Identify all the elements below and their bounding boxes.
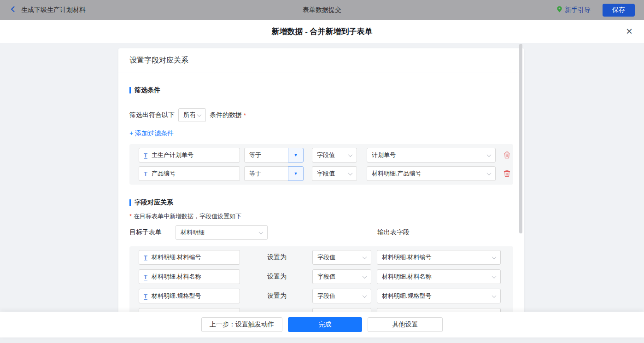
- filter-value-select[interactable]: 材料明细.产品编号: [367, 166, 496, 181]
- value-type-select[interactable]: 字段值: [312, 308, 371, 312]
- text-field-icon: T: [144, 273, 147, 280]
- filter-value-select[interactable]: 计划单号: [367, 148, 496, 163]
- modal-body: 设置字段对应关系 筛选条件 筛选出符合以下 所有 条件的数据 * + 添加过滤条…: [0, 43, 644, 312]
- done-button[interactable]: 完成: [288, 317, 362, 332]
- filter-row: T 主生产计划单号 等于 ▼ 字段值 计划单号: [139, 148, 504, 163]
- output-field-select[interactable]: 材料明细.计量单位: [377, 308, 501, 312]
- card-title: 设置字段对应关系: [118, 48, 524, 72]
- add-filter-condition-link[interactable]: + 添加过滤条件: [129, 129, 174, 138]
- filter-value: 材料明细.产品编号: [372, 169, 422, 178]
- filter-section-label: 筛选条件: [135, 86, 160, 94]
- output-field-select[interactable]: 材料明细.材料名称: [377, 269, 501, 284]
- output-field-value: 材料明细.材料名称: [382, 273, 432, 281]
- operator-select[interactable]: 等于 ▼: [244, 148, 304, 163]
- save-button[interactable]: 保存: [603, 4, 635, 17]
- mapping-rows-box: T 材料明细.材料编号 设置为 字段值 材料明细.材料编号 T 材料明细.材料名…: [129, 246, 513, 312]
- mapping-section-title: 字段对应关系: [129, 198, 513, 207]
- chevron-down-icon: [487, 152, 492, 157]
- topbar-title: 表单数据提交: [0, 6, 644, 14]
- filter-scope-select[interactable]: 所有: [178, 108, 206, 122]
- filter-field-name: 产品编号: [152, 169, 176, 178]
- other-settings-button[interactable]: 其他设置: [368, 317, 443, 332]
- page-background-strip: [0, 337, 644, 343]
- filter-field-input[interactable]: T 主生产计划单号: [139, 148, 240, 163]
- operator-value: 等于: [244, 166, 288, 181]
- trash-icon[interactable]: [503, 151, 510, 159]
- filter-field-name: 主生产计划单号: [152, 151, 193, 159]
- location-pin-icon: [556, 6, 562, 14]
- filter-value: 计划单号: [372, 151, 396, 159]
- section-marker: [129, 199, 131, 206]
- target-subform-label: 目标子表单: [129, 228, 162, 237]
- mapping-field-name: 材料明细.材料名称: [152, 273, 201, 281]
- chevron-down-icon: [348, 171, 353, 175]
- chevron-down-icon: [487, 171, 492, 175]
- value-type: 字段值: [317, 292, 335, 300]
- output-field-value: 材料明细.材料编号: [382, 253, 432, 262]
- chevron-down-icon: [348, 152, 353, 157]
- filter-rows-box: T 主生产计划单号 等于 ▼ 字段值 计划单号 T 产品编号: [129, 144, 513, 185]
- mapping-field-input[interactable]: T 材料明细.计量单位: [139, 308, 240, 312]
- mapping-field-name: 材料明细.材料编号: [152, 253, 201, 262]
- output-field-select[interactable]: 材料明细.材料编号: [377, 250, 501, 265]
- modal-header: 新增数据 - 合并新增到子表单 ×: [0, 20, 644, 43]
- value-type-select[interactable]: 字段值: [312, 166, 357, 181]
- value-type-select[interactable]: 字段值: [312, 289, 371, 303]
- operator-value: 等于: [244, 148, 288, 163]
- workflow-name: 生成下级生产计划材料: [21, 6, 86, 14]
- set-as-label: 设置为: [267, 253, 287, 262]
- mapping-row: T 材料明细.材料编号 设置为 字段值 材料明细.材料编号: [139, 250, 504, 265]
- value-type: 字段值: [317, 169, 335, 178]
- target-subform-line: 目标子表单 材料明细 输出表字段: [129, 225, 513, 240]
- mapping-field-input[interactable]: T 材料明细.材料编号: [139, 250, 240, 265]
- value-type-select[interactable]: 字段值: [312, 148, 357, 163]
- mapping-row: T 材料明细.计量单位 设置为 字段值 材料明细.计量单位: [139, 308, 504, 312]
- scrollbar-thumb[interactable]: [519, 44, 522, 233]
- caret-down-icon[interactable]: ▼: [288, 166, 304, 181]
- beginner-guide-link[interactable]: 新手引导: [556, 6, 591, 14]
- card-content: 筛选条件 筛选出符合以下 所有 条件的数据 * + 添加过滤条件 T 主生产计划…: [118, 86, 524, 312]
- chevron-down-icon: [363, 274, 367, 279]
- target-subform-select[interactable]: 材料明细: [176, 225, 268, 240]
- section-marker: [129, 87, 131, 93]
- filter-prefix-text: 筛选出符合以下: [129, 111, 175, 119]
- mapping-field-input[interactable]: T 材料明细.规格型号: [139, 289, 240, 303]
- screen: 生成下级生产计划材料 表单数据提交 新手引导 保存 新增数据 - 合并新增到子表…: [0, 0, 644, 343]
- chevron-left-icon: [9, 6, 17, 15]
- value-type-select[interactable]: 字段值: [312, 269, 371, 284]
- mapping-field-input[interactable]: T 材料明细.材料名称: [139, 269, 240, 284]
- modal-title: 新增数据 - 合并新增到子表单: [271, 26, 372, 37]
- mapping-field-name: 材料明细.规格型号: [152, 292, 201, 300]
- filter-condition-line: 筛选出符合以下 所有 条件的数据 *: [129, 108, 513, 122]
- value-type-select[interactable]: 字段值: [312, 250, 371, 265]
- mapping-row: T 材料明细.材料名称 设置为 字段值 材料明细.材料名称: [139, 269, 504, 284]
- topbar-right: 新手引导 保存: [556, 4, 635, 17]
- trash-icon[interactable]: [503, 170, 510, 177]
- filter-row: T 产品编号 等于 ▼ 字段值 材料明细.产品编号: [139, 166, 504, 181]
- filter-field-input[interactable]: T 产品编号: [139, 166, 240, 181]
- caret-down-icon[interactable]: ▼: [288, 148, 304, 163]
- output-fields-label: 输出表字段: [377, 228, 410, 237]
- value-type: 字段值: [317, 253, 335, 262]
- text-field-icon: T: [144, 152, 147, 159]
- chevron-down-icon: [492, 255, 497, 259]
- mapping-description-text: 在目标表单中新增数据，字段值设置如下: [134, 213, 241, 220]
- filter-suffix-text: 条件的数据: [210, 111, 242, 119]
- beginner-guide-label: 新手引导: [565, 6, 591, 14]
- operator-select[interactable]: 等于 ▼: [244, 166, 304, 181]
- text-field-icon: T: [144, 170, 147, 177]
- chevron-down-icon: [363, 293, 367, 298]
- set-as-label: 设置为: [267, 292, 287, 300]
- chevron-down-icon: [363, 255, 367, 259]
- set-as-label: 设置为: [267, 273, 287, 281]
- text-field-icon: T: [144, 293, 147, 300]
- chevron-down-icon: [492, 274, 497, 279]
- previous-step-button[interactable]: 上一步：设置触发动作: [201, 317, 282, 332]
- chevron-down-icon: [259, 230, 263, 234]
- output-field-select[interactable]: 材料明细.规格型号: [377, 289, 501, 303]
- close-icon[interactable]: ×: [626, 26, 632, 37]
- back-button[interactable]: [9, 6, 17, 15]
- modal-footer: 上一步：设置触发动作 完成 其他设置: [0, 312, 644, 337]
- output-field-value: 材料明细.规格型号: [382, 292, 432, 300]
- topbar: 生成下级生产计划材料 表单数据提交 新手引导 保存: [0, 0, 644, 20]
